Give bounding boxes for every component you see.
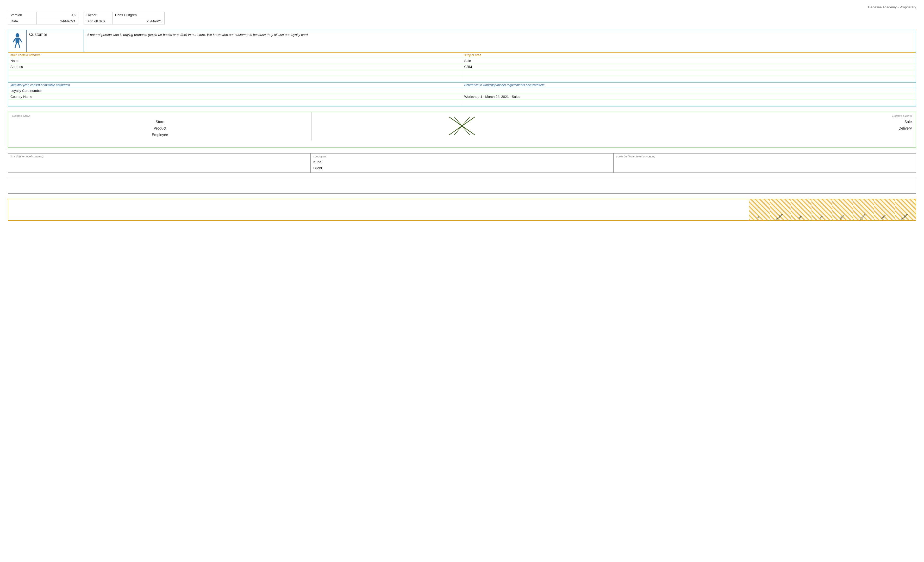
stripe-column-label: ion	[798, 215, 802, 219]
attr-header-row: main context attribute subject area	[8, 52, 916, 58]
signoff-label: Sign off date	[84, 18, 112, 24]
stripe-column: ure	[812, 199, 832, 220]
id-cell-id: Country Name	[8, 94, 462, 100]
owner-label: Owner	[84, 12, 112, 18]
attr-cell-main	[8, 70, 462, 76]
owner-value: Hans Hultgren	[112, 12, 165, 18]
concept-description: A natural person who is buying products …	[84, 30, 916, 52]
stripe-column-label: ification	[775, 213, 783, 220]
stripe-column-label: /time	[839, 214, 845, 220]
stripe-column: ification	[895, 199, 916, 220]
stripe-column-label: ure	[819, 215, 823, 219]
id-row	[8, 100, 916, 106]
stripe-column: ion	[790, 199, 812, 220]
date-value: 24/Mar/21	[37, 18, 78, 24]
id-row: Country Name Workshop 1 - March 24, 2021…	[8, 94, 916, 100]
stripe-column-label: xt	[756, 215, 760, 218]
svg-point-0	[15, 33, 19, 37]
attr-row	[8, 76, 916, 82]
attributes-section: main context attribute subject area Name…	[8, 52, 916, 82]
concept-card: Customer A natural person who is buying …	[8, 30, 916, 106]
attr-cell-subject	[462, 76, 916, 82]
attr-cell-subject	[462, 70, 916, 76]
concept-top-row: Customer A natural person who is buying …	[8, 30, 916, 52]
stripe-column: ence	[874, 199, 895, 220]
related-cbcs-items: StoreProductEmployee	[12, 119, 308, 138]
stripe-column-label: ification	[900, 213, 908, 220]
svg-rect-1	[15, 37, 19, 43]
concept-icon-cell	[8, 30, 27, 52]
attr-row: Address CRM	[8, 64, 916, 70]
couldbe-cell: could be (lower level concepts)	[614, 154, 916, 172]
synonym-value: Kund	[313, 159, 610, 165]
attr-row: Name Sale	[8, 58, 916, 64]
id-rows: Loyalty Card number Country Name Worksho…	[8, 88, 916, 106]
synonyms-cell: synonyms KundClient	[311, 154, 613, 172]
related-events: Related Events SaleDelivery	[612, 112, 916, 140]
bottom-section: xtificationionure/times/stateenceificati…	[8, 199, 916, 221]
related-center	[312, 112, 612, 140]
id-header-ref: Reference to workshop/model requirements…	[462, 82, 916, 88]
related-cbcs-label: Related CBCs	[12, 114, 308, 117]
id-row: Loyalty Card number	[8, 88, 916, 94]
attr-header-subject: subject area	[462, 52, 916, 58]
related-event-item: Sale	[616, 119, 912, 125]
stripe-column: ification	[770, 199, 790, 220]
id-cell-ref	[462, 88, 916, 94]
stripe-column: xt	[749, 199, 770, 220]
stripe-column-label: s/state	[859, 213, 867, 220]
synonyms-label: synonyms	[313, 155, 610, 158]
attr-cell-main: Address	[8, 64, 462, 70]
related-event-item: Delivery	[616, 125, 912, 132]
header-tables: Version 0,5 Date 24/Mar/21 Owner Hans Hu…	[8, 12, 916, 24]
taxonomy-section: is a (higher level concept) synonyms Kun…	[8, 153, 916, 173]
concept-name: Customer	[27, 30, 84, 52]
related-cbc-item: Store	[12, 119, 308, 125]
related-cbc-item: Employee	[12, 132, 308, 138]
related-section: Related CBCs StoreProductEmployee Relate…	[8, 112, 916, 148]
version-value: 0,5	[37, 12, 78, 18]
attr-rows: Name Sale Address CRM	[8, 58, 916, 82]
isa-label: is a (higher level concept)	[10, 155, 308, 158]
related-cbcs: Related CBCs StoreProductEmployee	[8, 112, 312, 140]
date-label: Date	[8, 18, 37, 24]
stripe-area: xtificationionure/times/stateenceificati…	[8, 199, 916, 220]
id-header-id: Identifier (can consist of multiple attr…	[8, 82, 462, 88]
id-cell-id	[8, 100, 462, 106]
svg-line-5	[18, 43, 20, 48]
related-events-label: Related Events	[616, 114, 912, 117]
svg-line-3	[19, 39, 22, 42]
id-cell-id: Loyalty Card number	[8, 88, 462, 94]
synonym-value: Client	[313, 165, 610, 171]
attr-cell-main: Name	[8, 58, 462, 64]
stripe-column-label: ence	[880, 214, 886, 220]
isa-cell: is a (higher level concept)	[8, 154, 311, 172]
related-events-items: SaleDelivery	[616, 119, 912, 132]
svg-line-2	[13, 39, 15, 42]
signoff-value: 25/Mar/21	[112, 18, 165, 24]
watermark: Genesee Academy - Proprietary	[8, 5, 916, 9]
stripe-column: s/state	[853, 199, 874, 220]
related-cbc-item: Product	[12, 125, 308, 132]
attr-header-main: main context attribute	[8, 52, 462, 58]
owner-signoff-table: Owner Hans Hultgren Sign off date 25/Mar…	[84, 12, 165, 24]
attr-cell-subject: Sale	[462, 58, 916, 64]
version-date-table: Version 0,5 Date 24/Mar/21	[8, 12, 78, 24]
attr-row	[8, 70, 916, 76]
couldbe-label: could be (lower level concepts)	[616, 155, 914, 158]
synonyms-values: KundClient	[313, 159, 610, 171]
id-header-row: Identifier (can consist of multiple attr…	[8, 82, 916, 88]
notes-section	[8, 178, 916, 194]
svg-line-4	[15, 43, 16, 48]
id-cell-ref	[462, 100, 916, 106]
version-label: Version	[8, 12, 37, 18]
id-cell-ref: Workshop 1 - March 24, 2021 - Sales	[462, 94, 916, 100]
attr-cell-subject: CRM	[462, 64, 916, 70]
stripe-column: /time	[832, 199, 853, 220]
identifier-section: Identifier (can consist of multiple attr…	[8, 82, 916, 106]
attr-cell-main	[8, 76, 462, 82]
related-inner: Related CBCs StoreProductEmployee Relate…	[8, 112, 916, 140]
person-icon	[12, 33, 22, 49]
x-symbol-icon	[446, 115, 478, 137]
